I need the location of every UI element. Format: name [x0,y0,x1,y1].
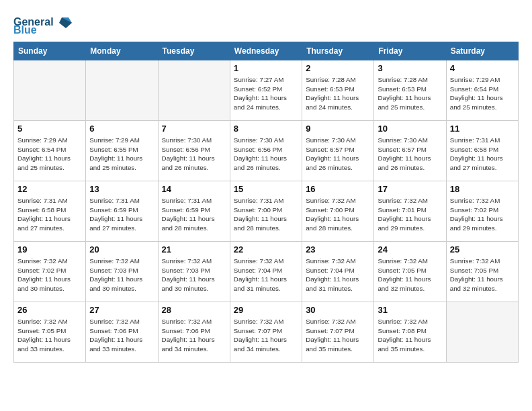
calendar-day-cell: 28Sunrise: 7:32 AM Sunset: 7:06 PM Dayli… [158,302,230,363]
day-of-week-header: Monday [86,42,158,60]
day-number: 24 [378,244,442,255]
day-info: Sunrise: 7:32 AM Sunset: 7:03 PM Dayligh… [89,257,154,293]
day-info: Sunrise: 7:31 AM Sunset: 7:00 PM Dayligh… [234,196,298,233]
day-of-week-header: Tuesday [158,42,230,60]
day-info: Sunrise: 7:32 AM Sunset: 7:07 PM Dayligh… [306,317,370,354]
day-info: Sunrise: 7:32 AM Sunset: 7:03 PM Dayligh… [162,257,226,293]
calendar-day-cell: 16Sunrise: 7:32 AM Sunset: 7:00 PM Dayli… [302,181,374,242]
day-info: Sunrise: 7:30 AM Sunset: 6:56 PM Dayligh… [162,136,226,173]
day-number: 12 [17,184,82,194]
day-number: 18 [450,184,515,194]
calendar-day-cell [446,302,518,363]
day-number: 26 [17,305,82,315]
calendar-day-cell: 11Sunrise: 7:31 AM Sunset: 6:58 PM Dayli… [446,121,518,181]
day-number: 25 [450,244,515,255]
day-info: Sunrise: 7:32 AM Sunset: 7:07 PM Dayligh… [234,317,298,354]
calendar-day-cell: 7Sunrise: 7:30 AM Sunset: 6:56 PM Daylig… [158,121,230,181]
day-info: Sunrise: 7:27 AM Sunset: 6:52 PM Dayligh… [234,75,298,112]
day-number: 15 [234,184,298,194]
calendar-day-cell: 17Sunrise: 7:32 AM Sunset: 7:01 PM Dayli… [374,181,446,242]
calendar-day-cell: 2Sunrise: 7:28 AM Sunset: 6:53 PM Daylig… [302,60,374,121]
day-info: Sunrise: 7:32 AM Sunset: 7:01 PM Dayligh… [378,196,442,233]
page-header: General Blue [13,13,519,35]
day-number: 29 [234,305,298,315]
calendar-week-row: 26Sunrise: 7:32 AM Sunset: 7:05 PM Dayli… [14,302,519,363]
day-info: Sunrise: 7:30 AM Sunset: 6:57 PM Dayligh… [306,136,370,173]
calendar-week-row: 19Sunrise: 7:32 AM Sunset: 7:02 PM Dayli… [14,242,519,302]
calendar-day-cell: 9Sunrise: 7:30 AM Sunset: 6:57 PM Daylig… [302,121,374,181]
day-of-week-header: Sunday [14,42,86,60]
day-number: 21 [162,244,226,255]
day-number: 31 [378,305,442,315]
day-info: Sunrise: 7:30 AM Sunset: 6:57 PM Dayligh… [378,136,442,173]
day-of-week-header: Saturday [446,42,518,60]
day-info: Sunrise: 7:31 AM Sunset: 6:58 PM Dayligh… [450,136,515,173]
calendar-day-cell [86,60,158,121]
day-number: 28 [162,305,226,315]
day-number: 20 [89,244,154,255]
calendar-day-cell: 25Sunrise: 7:32 AM Sunset: 7:05 PM Dayli… [446,242,518,302]
day-of-week-header: Wednesday [230,42,302,60]
day-number: 23 [306,244,370,255]
day-number: 6 [89,124,154,134]
day-number: 4 [450,63,515,73]
calendar-day-cell: 5Sunrise: 7:29 AM Sunset: 6:54 PM Daylig… [14,121,86,181]
day-number: 30 [306,305,370,315]
calendar-day-cell: 4Sunrise: 7:29 AM Sunset: 6:54 PM Daylig… [446,60,518,121]
day-number: 2 [306,63,370,73]
day-info: Sunrise: 7:32 AM Sunset: 7:02 PM Dayligh… [17,257,82,293]
day-number: 14 [162,184,226,194]
day-number: 1 [234,63,298,73]
day-info: Sunrise: 7:32 AM Sunset: 7:05 PM Dayligh… [378,257,442,293]
day-number: 10 [378,124,442,134]
calendar-day-cell: 26Sunrise: 7:32 AM Sunset: 7:05 PM Dayli… [14,302,86,363]
calendar-day-cell: 23Sunrise: 7:32 AM Sunset: 7:04 PM Dayli… [302,242,374,302]
calendar-day-cell: 1Sunrise: 7:27 AM Sunset: 6:52 PM Daylig… [230,60,302,121]
calendar-day-cell: 24Sunrise: 7:32 AM Sunset: 7:05 PM Dayli… [374,242,446,302]
day-info: Sunrise: 7:28 AM Sunset: 6:53 PM Dayligh… [306,75,370,112]
day-info: Sunrise: 7:29 AM Sunset: 6:54 PM Dayligh… [450,75,515,112]
calendar-day-cell [14,60,86,121]
calendar-day-cell: 13Sunrise: 7:31 AM Sunset: 6:59 PM Dayli… [86,181,158,242]
day-info: Sunrise: 7:28 AM Sunset: 6:53 PM Dayligh… [378,75,442,112]
day-info: Sunrise: 7:31 AM Sunset: 6:58 PM Dayligh… [17,196,82,233]
calendar-header-row: SundayMondayTuesdayWednesdayThursdayFrid… [14,42,519,60]
day-number: 9 [306,124,370,134]
svg-text:Blue: Blue [13,24,37,35]
day-info: Sunrise: 7:32 AM Sunset: 7:05 PM Dayligh… [450,257,515,293]
calendar-day-cell: 21Sunrise: 7:32 AM Sunset: 7:03 PM Dayli… [158,242,230,302]
calendar-day-cell: 15Sunrise: 7:31 AM Sunset: 7:00 PM Dayli… [230,181,302,242]
day-info: Sunrise: 7:31 AM Sunset: 6:59 PM Dayligh… [162,196,226,233]
day-info: Sunrise: 7:32 AM Sunset: 7:02 PM Dayligh… [450,196,515,233]
calendar-day-cell: 6Sunrise: 7:29 AM Sunset: 6:55 PM Daylig… [86,121,158,181]
day-number: 3 [378,63,442,73]
calendar-day-cell: 14Sunrise: 7:31 AM Sunset: 6:59 PM Dayli… [158,181,230,242]
day-number: 22 [234,244,298,255]
calendar-week-row: 1Sunrise: 7:27 AM Sunset: 6:52 PM Daylig… [14,60,519,121]
calendar-day-cell: 10Sunrise: 7:30 AM Sunset: 6:57 PM Dayli… [374,121,446,181]
day-number: 27 [89,305,154,315]
calendar-day-cell: 18Sunrise: 7:32 AM Sunset: 7:02 PM Dayli… [446,181,518,242]
day-info: Sunrise: 7:32 AM Sunset: 7:06 PM Dayligh… [89,317,154,354]
calendar-day-cell: 22Sunrise: 7:32 AM Sunset: 7:04 PM Dayli… [230,242,302,302]
calendar-day-cell [158,60,230,121]
day-of-week-header: Thursday [302,42,374,60]
calendar-day-cell: 30Sunrise: 7:32 AM Sunset: 7:07 PM Dayli… [302,302,374,363]
calendar-week-row: 5Sunrise: 7:29 AM Sunset: 6:54 PM Daylig… [14,121,519,181]
calendar-day-cell: 27Sunrise: 7:32 AM Sunset: 7:06 PM Dayli… [86,302,158,363]
day-number: 19 [17,244,82,255]
day-info: Sunrise: 7:32 AM Sunset: 7:04 PM Dayligh… [306,257,370,293]
day-number: 8 [234,124,298,134]
calendar-day-cell: 3Sunrise: 7:28 AM Sunset: 6:53 PM Daylig… [374,60,446,121]
day-info: Sunrise: 7:32 AM Sunset: 7:08 PM Dayligh… [378,317,442,354]
logo: General Blue [13,13,74,35]
day-info: Sunrise: 7:30 AM Sunset: 6:56 PM Dayligh… [234,136,298,173]
day-of-week-header: Friday [374,42,446,60]
day-info: Sunrise: 7:31 AM Sunset: 6:59 PM Dayligh… [89,196,154,233]
calendar-week-row: 12Sunrise: 7:31 AM Sunset: 6:58 PM Dayli… [14,181,519,242]
logo-icon: General Blue [13,13,74,35]
day-number: 17 [378,184,442,194]
calendar-day-cell: 20Sunrise: 7:32 AM Sunset: 7:03 PM Dayli… [86,242,158,302]
day-info: Sunrise: 7:29 AM Sunset: 6:55 PM Dayligh… [89,136,154,173]
day-number: 7 [162,124,226,134]
